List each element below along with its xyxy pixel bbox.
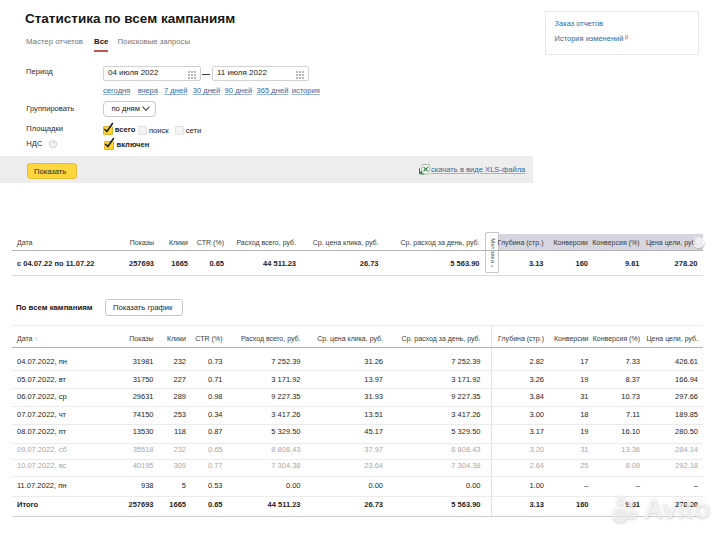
svg-text:Avito: Avito <box>644 494 711 524</box>
